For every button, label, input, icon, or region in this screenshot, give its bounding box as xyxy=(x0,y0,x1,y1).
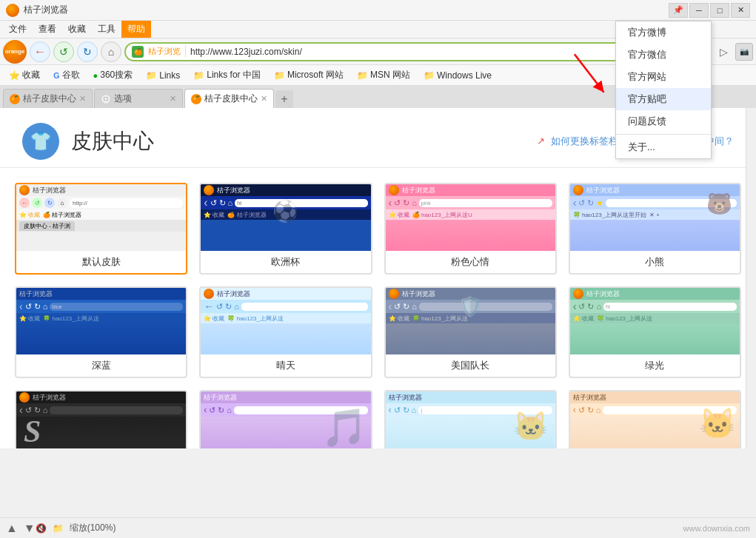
star-icon: ⭐ xyxy=(9,70,20,81)
skin-card-captain[interactable]: 桔子浏览器 ‹ ↺ ↻ ⌂ ⭐ 收藏 🍀 hao123_上网从这 🛡️ xyxy=(384,286,557,378)
bookmark-msn[interactable]: 📁 MSN 网站 xyxy=(352,67,415,83)
skin-card-euro[interactable]: 桔子浏览器 ‹ ↺ ↻ ⌂ ht ⭐ 收藏 🍊 桔子浏览器 ⚽ xyxy=(199,183,372,275)
skin-card-default[interactable]: 桔子浏览器 ← ↺ ↻ ⌂ http:// ⭐ 收藏 🍊 桔子浏览器 皮肤 xyxy=(15,183,187,275)
bookmark-links[interactable]: 📁 Links xyxy=(141,69,184,82)
skin-card-cat[interactable]: 桔子浏览器 ‹ ↺ ↻ ⌂ | 🐱 白猫 xyxy=(384,390,557,448)
dropdown-about[interactable]: 关于... xyxy=(616,136,711,158)
dropdown-feedback[interactable]: 问题反馈 xyxy=(616,110,711,132)
bookmark-label: Microsoft 网站 xyxy=(287,69,344,81)
tab-0[interactable]: 🍊 桔子皮肤中心 ✕ xyxy=(3,89,93,108)
forward-button[interactable]: ↻ xyxy=(77,41,98,62)
page-title: 皮肤中心 xyxy=(71,127,154,155)
shirt-icon: 👕 xyxy=(30,131,52,152)
status-right: 🔇 📁 缩放(100%) xyxy=(36,522,116,534)
site-name: 桔子浏览 xyxy=(148,46,186,57)
skin-preview-cat: 桔子浏览器 ‹ ↺ ↻ ⌂ | 🐱 xyxy=(386,391,555,448)
skin-preview-default: 桔子浏览器 ← ↺ ↻ ⌂ http:// ⭐ 收藏 🍊 桔子浏览器 皮肤 xyxy=(16,184,186,251)
mini-browser-cat: 桔子浏览器 ‹ ↺ ↻ ⌂ | 🐱 xyxy=(386,391,555,448)
tab-1[interactable]: □ 选项 ✕ xyxy=(94,89,183,108)
tab-close-1[interactable]: ✕ xyxy=(170,94,176,104)
next-page-button[interactable]: ▷ xyxy=(715,43,732,61)
tab-2[interactable]: 🍊 桔子皮肤中心 ✕ xyxy=(184,89,274,108)
skin-label-euro: 欧洲杯 xyxy=(201,251,370,273)
page-header-icon: 👕 xyxy=(22,123,59,160)
logo-text: orange xyxy=(5,48,25,55)
menu-view[interactable]: 查看 xyxy=(33,21,62,38)
skin-card-pink[interactable]: 桔子浏览器 ‹ ↺ ↻ ⌂ pink ⭐ 收藏 🍊 hao123_上网从这U xyxy=(384,183,557,275)
360-icon: ● xyxy=(93,71,98,80)
refresh-button[interactable]: ↺ xyxy=(53,41,74,62)
menu-tools[interactable]: 工具 xyxy=(92,21,121,38)
bookmark-label: Windows Live xyxy=(437,70,492,81)
scrollbar[interactable] xyxy=(746,108,756,448)
titlebar: 桔子浏览器 📌 ─ □ ✕ xyxy=(0,0,756,21)
page-tip-arrow: ↗ xyxy=(537,135,545,147)
dropdown-weibo[interactable]: 官方微博 xyxy=(616,21,711,44)
menu-help[interactable]: 帮助 xyxy=(121,21,151,38)
status-nav-next[interactable]: ▼ xyxy=(24,522,36,535)
speaker-icon[interactable]: 🔇 xyxy=(36,523,47,534)
app-title: 桔子浏览器 xyxy=(24,4,669,16)
skin-label-deepblue: 深蓝 xyxy=(16,354,186,377)
dropdown-website[interactable]: 官方网站 xyxy=(616,66,711,88)
zoom-text[interactable]: 缩放(100%) xyxy=(70,522,116,534)
bookmark-label: MSN 网站 xyxy=(370,69,410,81)
skin-preview-green: 桔子浏览器 ‹ ↺ ↻ ⌂ ht ⭐ 收藏 🍀 hao123_上网从这 xyxy=(570,288,740,354)
skin-card-sunny[interactable]: 桔子浏览器 ← ↺ ↻ ⌂ ⭐ 收藏 🍀 hao123_上网从这 晴天 xyxy=(199,286,372,378)
tab-label-2: 桔子皮肤中心 xyxy=(204,93,258,105)
bookmark-links-china[interactable]: 📁 Links for 中国 xyxy=(189,67,265,83)
skin-card-bear[interactable]: 桔子浏览器 ‹ ↺ ↻ ★ 🍀 hao123_上网从这里开始 ✕ + 🐻 xyxy=(569,183,741,275)
bookmark-favorites[interactable]: ⭐ 收藏 xyxy=(4,67,44,83)
mini-browser-default: 桔子浏览器 ← ↺ ↻ ⌂ http:// ⭐ 收藏 🍊 桔子浏览器 皮肤 xyxy=(16,184,186,249)
skin-label-sunny: 晴天 xyxy=(201,354,370,377)
logo-button[interactable]: orange xyxy=(3,40,27,64)
bookmark-label: Links xyxy=(159,70,180,81)
svg-line-0 xyxy=(566,54,613,93)
bookmark-windows-live[interactable]: 📁 Windows Live xyxy=(419,69,496,82)
statusbar: ▲ ▼ 🔇 📁 缩放(100%) www.downxia.com xyxy=(0,517,756,538)
bookmark-google[interactable]: G 谷歌 xyxy=(49,67,84,83)
menu-favorites[interactable]: 收藏 xyxy=(62,21,92,38)
skin-card-deepblue[interactable]: 桔子浏览器 ‹ ↺ ↻ ⌂ blue ⭐ 收藏 🍀 hao123_上网从这 xyxy=(15,286,187,378)
tab-label-0: 桔子皮肤中心 xyxy=(23,93,76,105)
window-controls: 📌 ─ □ ✕ xyxy=(669,3,750,18)
maximize-btn[interactable]: □ xyxy=(710,3,729,18)
tab-add-button[interactable]: + xyxy=(275,90,293,108)
dropdown-divider xyxy=(616,134,711,135)
tab-icon-2: 🍊 xyxy=(191,94,201,104)
bookmark-label: Links for 中国 xyxy=(207,69,261,81)
skin-preview-pink: 桔子浏览器 ‹ ↺ ↻ ⌂ pink ⭐ 收藏 🍊 hao123_上网从这U xyxy=(386,184,555,251)
folder-icon: 📁 xyxy=(274,70,285,81)
back-button[interactable]: ← xyxy=(30,41,50,62)
tab-label-1: 选项 xyxy=(114,93,132,105)
skin-card-s[interactable]: 桔子浏览器 ‹ ↺ ↻ ⌂ S S xyxy=(15,390,187,448)
folder-icon[interactable]: 📁 xyxy=(53,523,64,534)
help-dropdown: 官方微博 官方微信 官方网站 官方贴吧 问题反馈 关于... xyxy=(615,21,712,159)
tab-close-2[interactable]: ✕ xyxy=(261,94,267,104)
menu-file[interactable]: 文件 xyxy=(3,21,33,38)
screenshot-button[interactable]: 📷 xyxy=(735,43,753,61)
bookmark-360[interactable]: ● 360搜索 xyxy=(89,67,138,83)
skin-card-anime[interactable]: 桔子浏览器 ‹ ↺ ↻ ⌂ 🎵 动漫 xyxy=(199,390,372,448)
dropdown-weixin[interactable]: 官方微信 xyxy=(616,44,711,66)
folder-icon: 📁 xyxy=(146,70,157,81)
skin-grid: 桔子浏览器 ← ↺ ↻ ⌂ http:// ⭐ 收藏 🍊 桔子浏览器 皮肤 xyxy=(0,168,756,448)
skin-preview-captain: 桔子浏览器 ‹ ↺ ↻ ⌂ ⭐ 收藏 🍀 hao123_上网从这 🛡️ xyxy=(386,288,555,354)
folder-icon: 📁 xyxy=(424,70,435,81)
close-btn[interactable]: ✕ xyxy=(731,3,750,18)
skin-preview-bear: 桔子浏览器 ‹ ↺ ↻ ★ 🍀 hao123_上网从这里开始 ✕ + 🐻 xyxy=(570,184,740,251)
minimize-btn[interactable]: ─ xyxy=(689,3,709,18)
skin-card-cat2[interactable]: 桔子浏览器 ‹ ↺ ↻ ⌂ 🐱 猫咪 xyxy=(569,390,741,448)
mini-browser-pink: 桔子浏览器 ‹ ↺ ↻ ⌂ pink ⭐ 收藏 🍊 hao123_上网从这U xyxy=(386,184,555,249)
dropdown-tieba[interactable]: 官方贴吧 xyxy=(616,88,711,110)
skin-label-captain: 美国队长 xyxy=(386,354,555,377)
status-nav-prev[interactable]: ▲ xyxy=(6,522,18,535)
mini-browser-sunny: 桔子浏览器 ← ↺ ↻ ⌂ ⭐ 收藏 🍀 hao123_上网从这 xyxy=(201,288,370,353)
pin-btn[interactable]: 📌 xyxy=(669,3,688,18)
bookmark-microsoft[interactable]: 📁 Microsoft 网站 xyxy=(270,67,348,83)
mini-browser-captain: 桔子浏览器 ‹ ↺ ↻ ⌂ ⭐ 收藏 🍀 hao123_上网从这 🛡️ xyxy=(386,288,555,353)
skin-card-green[interactable]: 桔子浏览器 ‹ ↺ ↻ ⌂ ht ⭐ 收藏 🍀 hao123_上网从这 绿光 xyxy=(569,286,741,378)
site-icon: 🍊 xyxy=(132,46,144,58)
tab-close-0[interactable]: ✕ xyxy=(79,94,86,104)
home-button[interactable]: ⌂ xyxy=(101,41,121,62)
